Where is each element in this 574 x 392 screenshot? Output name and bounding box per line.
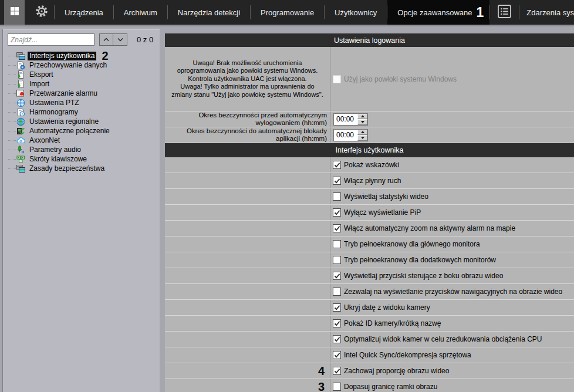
sidebar-item-przetwarzanie-alarmu[interactable]: Przetwarzanie alarmu xyxy=(3,89,160,98)
timeout-row: Okres bezczynności przed automatycznym w… xyxy=(165,111,574,127)
spinner-down-button[interactable] xyxy=(357,135,367,141)
logout-timeout-spinner xyxy=(333,113,368,126)
option-row-intel-quick-sync-dekompresja-sprzetowa: Intel Quick Sync/dekompresja sprzętowa xyxy=(165,347,574,363)
option-row-left-cell xyxy=(165,300,330,315)
apps-grid-button[interactable] xyxy=(4,0,25,25)
option-label: Intel Quick Sync/dekompresja sprzętowa xyxy=(344,351,471,359)
option-checkbox-tryb-pelnoekranowy-dla-glownego-monitora[interactable] xyxy=(333,240,341,248)
sidebar-item-zasady-bezpieczenstwa[interactable]: Zasady bezpieczeństwa xyxy=(3,164,160,173)
sidebar-item-axxonnet[interactable]: AxxonNet xyxy=(3,136,160,145)
option-checkbox-wyswietlaj-statystyki-wideo[interactable] xyxy=(333,192,341,201)
settings-gear-button[interactable] xyxy=(29,0,54,25)
option-label: Ukryj datę z widoku kamery xyxy=(344,303,430,312)
option-checkbox-tryb-pelnoekranowy-dla-dodatkowych-monitorow[interactable] xyxy=(333,256,341,264)
option-row-zezwalaj-na-wyswietlanie-przyciskow-nawigacyjnych-na-obrazie-wideo: Zezwalaj na wyświetlanie przycisków nawi… xyxy=(165,284,574,300)
option-checkbox-wlacz-automatyczny-zoom-na-aktywny-alarm-na-mapie[interactable] xyxy=(333,224,341,232)
tree-connector xyxy=(8,84,16,85)
tab-urzadzenia[interactable]: Urządzenia xyxy=(55,0,113,25)
option-row-wylacz-wyswietlanie-pip: Wyłącz wyświetlanie PiP xyxy=(165,205,574,221)
search-input[interactable] xyxy=(8,33,94,46)
sidebar-item-harmonogramy[interactable]: Harmonogramy xyxy=(3,107,160,117)
option-row-wyswietlaj-statystyki-wideo: Wyświetlaj statystyki wideo xyxy=(165,189,574,205)
system-events-label[interactable]: Zdarzenia systemowe xyxy=(519,0,574,25)
shell-warning-note: Uwaga! Brak możliwość uruchomienia oprog… xyxy=(165,47,330,111)
option-label: Zezwalaj na wyświetlanie przycisków nawi… xyxy=(344,288,562,296)
tab-narzedzia-detekcji[interactable]: Narzędzia detekcji xyxy=(168,0,250,25)
tree-connector xyxy=(8,168,16,169)
search-prev-button[interactable] xyxy=(99,33,113,46)
data-storage-icon xyxy=(16,61,26,70)
option-checkbox-ukryj-date-z-widoku-kamery[interactable] xyxy=(333,303,341,312)
search-match-counter: 0 z 0 xyxy=(137,35,153,44)
timeout-label: Okres bezczynności przed automatycznym w… xyxy=(165,111,327,127)
option-row-left-cell xyxy=(165,268,330,283)
option-label: Pokaż wskazówki xyxy=(344,161,399,169)
option-checkbox-pokaz-id-kamery-krotka-nazwe[interactable] xyxy=(333,319,341,327)
tree-connector xyxy=(8,103,16,103)
option-checkbox-wlacz-plynny-ruch[interactable] xyxy=(333,177,341,185)
tab-opcje-zaawansowane[interactable]: Opcje zaawansowane1 xyxy=(387,0,489,25)
option-row-left-cell xyxy=(165,236,330,252)
option-checkbox-wylacz-wyswietlanie-pip[interactable] xyxy=(333,208,341,217)
sidebar-item-automatyczne-polaczenie[interactable]: Automatyczne połączenie xyxy=(3,126,160,136)
option-label: Optymalizuj widok kamer w celu zredukowa… xyxy=(344,335,542,343)
annotation-3: 3 xyxy=(318,380,325,392)
timeout-row: Okres bezczynności do automatycznej blok… xyxy=(165,127,574,143)
tab-programowanie[interactable]: Programowanie xyxy=(251,0,324,25)
spinner-up-button[interactable] xyxy=(357,114,367,120)
tree-connector xyxy=(8,121,16,122)
option-row-tryb-pelnoekranowy-dla-dodatkowych-monitorow: Tryb pełnoekranowy dla dodatkowych monit… xyxy=(165,252,574,268)
option-checkbox-pokaz-wskazowki[interactable] xyxy=(333,161,341,169)
alarm-processing-icon xyxy=(16,89,26,98)
sidebar-item-label: Automatyczne połączenie xyxy=(28,127,112,136)
settings-sidebar: 0 z 0 Interfejs użytkownika2Przechowywan… xyxy=(2,29,160,392)
option-checkbox-dopasuj-granice-ramki-obrazu[interactable] xyxy=(333,383,341,391)
axxonnet-icon xyxy=(16,136,26,145)
option-label: Włącz automatyczny zoom na aktywny alarm… xyxy=(344,224,515,232)
option-checkbox-zachowaj-proporcje-obrazu-wideo[interactable] xyxy=(333,367,341,375)
option-label: Tryb pełnoekranowy dla dodatkowych monit… xyxy=(344,256,496,264)
lock-timeout-input[interactable] xyxy=(334,130,357,141)
sidebar-item-skroty-klawiszowe[interactable]: Skróty klawiszowe xyxy=(3,154,160,164)
sidebar-search-row: 0 z 0 xyxy=(3,29,160,46)
option-checkbox-intel-quick-sync-dekompresja-sprzetowa[interactable] xyxy=(333,351,341,359)
option-row-left-cell xyxy=(165,347,330,363)
export-icon xyxy=(16,70,26,79)
shell-option-row: Uwaga! Brak możliwość uruchomienia oprog… xyxy=(165,47,574,111)
chevron-down-icon xyxy=(117,35,124,44)
option-row-zachowaj-proporcje-obrazu-wideo: 4Zachowaj proporcję obrazu wideo xyxy=(165,363,574,379)
section-header-ui: Interfejs użytkownika xyxy=(165,143,574,157)
chevron-up-icon xyxy=(103,35,110,44)
sidebar-item-przechowywanie-danych[interactable]: Przechowywanie danych xyxy=(3,60,160,70)
tab-uzytkownicy[interactable]: Użytkownicy xyxy=(325,0,387,25)
sidebar-item-interfejs-uzytkownika[interactable]: Interfejs użytkownika2 xyxy=(3,51,160,60)
sidebar-item-parametry-audio[interactable]: Parametry audio xyxy=(3,145,160,154)
option-checkbox-wyswietlaj-przyciski-sterujace-z-boku-obrazu-wideo[interactable] xyxy=(333,272,341,280)
settings-gear-icon xyxy=(35,4,49,21)
tab-archiwum[interactable]: Archiwum xyxy=(114,0,167,25)
annotation-1: 1 xyxy=(477,6,484,19)
logout-timeout-input[interactable] xyxy=(334,114,357,125)
sidebar-item-label: Interfejs użytkownika xyxy=(28,52,96,60)
option-checkbox-optymalizuj-widok-kamer-w-celu-zredukowania-obciazenia-cpu[interactable] xyxy=(333,335,341,343)
apps-grid-icon xyxy=(10,6,19,18)
option-checkbox-zezwalaj-na-wyswietlanie-przyciskow-nawigacyjnych-na-obrazie-wideo[interactable] xyxy=(333,288,341,296)
search-next-button[interactable] xyxy=(113,33,127,46)
auto-connect-icon xyxy=(16,127,26,136)
schedule-icon xyxy=(16,108,26,117)
sidebar-item-import[interactable]: Import xyxy=(3,79,160,89)
sidebar-item-label: Skróty klawiszowe xyxy=(28,155,89,164)
option-row-ukryj-date-z-widoku-kamery: Ukryj datę z widoku kamery xyxy=(165,300,574,316)
sidebar-item-label: Zasady bezpieczeństwa xyxy=(28,164,106,173)
system-events-button[interactable] xyxy=(490,0,519,25)
spinner-down-button[interactable] xyxy=(357,119,367,125)
sidebar-item-ustawienia-ptz[interactable]: Ustawienia PTZ xyxy=(3,98,160,107)
sidebar-item-label: Eksport xyxy=(28,70,55,79)
sidebar-item-label: Ustawienia PTZ xyxy=(28,99,81,107)
tree-connector xyxy=(8,75,16,75)
option-row-tryb-pelnoekranowy-dla-glownego-monitora: Tryb pełnoekranowy dla głównego monitora xyxy=(165,236,574,252)
sidebar-item-eksport[interactable]: Eksport xyxy=(3,70,160,79)
sidebar-item-ustawienia-regionalne[interactable]: Ustawienia regionalne xyxy=(3,117,160,126)
security-icon xyxy=(16,164,26,173)
spinner-up-button[interactable] xyxy=(357,130,367,136)
